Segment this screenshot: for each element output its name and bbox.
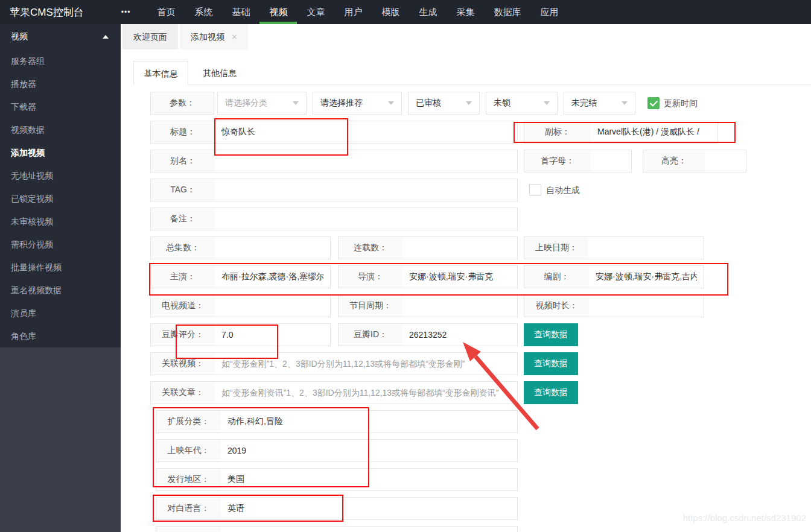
sidebar-item-add-video[interactable]: 添加视频 bbox=[0, 141, 121, 164]
sidebar-item-duplicate-video-data[interactable]: 重名视频数据 bbox=[0, 279, 121, 302]
params-label: 参数： bbox=[150, 92, 214, 115]
dialog-language-input[interactable] bbox=[221, 498, 517, 519]
program-cycle-input[interactable] bbox=[402, 295, 517, 317]
nav-item-user[interactable]: 用户 bbox=[334, 0, 372, 24]
tab-welcome[interactable]: 欢迎页面 bbox=[122, 24, 178, 49]
more-menu-icon[interactable]: ••• bbox=[121, 8, 131, 16]
sidebar-item-unaudited-video[interactable]: 未审核视频 bbox=[0, 210, 121, 233]
douban-id-field: 豆瓣ID： bbox=[338, 323, 518, 346]
sidebar-item-actor-library[interactable]: 演员库 bbox=[0, 302, 121, 325]
total-episodes-field: 总集数： bbox=[150, 236, 331, 259]
related-video-query-button[interactable]: 查询数据 bbox=[524, 352, 578, 375]
nav-item-generate[interactable]: 生成 bbox=[409, 0, 447, 24]
alias-input[interactable] bbox=[215, 150, 517, 172]
chevron-down-icon bbox=[544, 101, 550, 105]
title-label: 标题： bbox=[151, 121, 215, 143]
related-article-label: 关联文章： bbox=[151, 382, 215, 404]
update-time-checkbox[interactable] bbox=[647, 97, 660, 109]
sidebar-group-label: 视频 bbox=[11, 31, 28, 42]
dialog-language-label: 对白语言： bbox=[156, 498, 221, 519]
nav-item-database[interactable]: 数据库 bbox=[484, 0, 530, 24]
sidebar-item-no-url-video[interactable]: 无地址视频 bbox=[0, 164, 121, 187]
nav-item-collect[interactable]: 采集 bbox=[447, 0, 484, 24]
tab-other-info[interactable]: 其他信息 bbox=[192, 61, 247, 85]
duration-field: 视频时长： bbox=[524, 294, 704, 317]
duration-input[interactable] bbox=[589, 295, 704, 317]
sidebar: 视频 服务器组 播放器 下载器 视频数据 添加视频 无地址视频 已锁定视频 未审… bbox=[0, 24, 121, 532]
tab-welcome-label: 欢迎页面 bbox=[133, 24, 167, 49]
partial-bottom-input[interactable] bbox=[221, 527, 517, 532]
tab-add-video-label: 添加视频 bbox=[191, 24, 224, 49]
audit-status-select[interactable]: 已审核 bbox=[408, 92, 480, 115]
serial-count-label: 连载数： bbox=[339, 237, 402, 259]
sidebar-item-locked-video[interactable]: 已锁定视频 bbox=[0, 187, 121, 210]
release-date-input[interactable] bbox=[588, 237, 704, 259]
lock-status-select[interactable]: 未锁 bbox=[486, 92, 558, 115]
nav-item-system[interactable]: 系统 bbox=[185, 0, 222, 24]
duration-label: 视频时长： bbox=[524, 295, 589, 317]
tv-channel-field: 电视频道： bbox=[150, 294, 331, 317]
lock-status-value: 未锁 bbox=[494, 98, 510, 109]
chevron-down-icon bbox=[388, 101, 394, 105]
title-input[interactable] bbox=[215, 121, 517, 143]
sidebar-item-role-library[interactable]: 角色库 bbox=[0, 325, 121, 347]
release-area-input[interactable] bbox=[221, 469, 517, 490]
douban-query-button[interactable]: 查询数据 bbox=[524, 323, 578, 346]
douban-id-input[interactable] bbox=[402, 324, 517, 346]
writer-label: 编剧： bbox=[524, 266, 589, 288]
program-cycle-field: 节目周期： bbox=[338, 294, 518, 317]
director-field: 导演： bbox=[338, 265, 518, 288]
sidebar-item-video-data[interactable]: 视频数据 bbox=[0, 118, 121, 141]
related-video-input[interactable] bbox=[215, 353, 517, 375]
sidebar-item-player[interactable]: 播放器 bbox=[0, 72, 121, 95]
subtitle-input[interactable] bbox=[591, 121, 717, 143]
recommend-select[interactable]: 请选择推荐 bbox=[313, 92, 402, 115]
related-article-query-button[interactable]: 查询数据 bbox=[524, 381, 578, 404]
tab-basic-info[interactable]: 基本信息 bbox=[133, 61, 188, 85]
initial-input[interactable] bbox=[591, 150, 631, 172]
release-area-label: 发行地区： bbox=[156, 469, 221, 490]
sidebar-group-video[interactable]: 视频 bbox=[0, 24, 121, 49]
serial-count-input[interactable] bbox=[402, 237, 517, 259]
serial-status-select[interactable]: 未完结 bbox=[564, 92, 635, 115]
sidebar-item-batch-operate-video[interactable]: 批量操作视频 bbox=[0, 256, 121, 279]
writer-input[interactable] bbox=[589, 266, 704, 288]
douban-id-label: 豆瓣ID： bbox=[339, 324, 402, 346]
related-article-input[interactable] bbox=[215, 382, 517, 404]
subtitle-label: 副标： bbox=[524, 121, 591, 143]
total-episodes-input[interactable] bbox=[215, 237, 330, 259]
auto-generate-checkbox[interactable] bbox=[529, 184, 541, 196]
douban-score-input[interactable] bbox=[215, 324, 330, 346]
nav-item-basic[interactable]: 基础 bbox=[222, 0, 259, 24]
top-nav: 苹果CMS控制台 ••• 首页 系统 基础 视频 文章 用户 模版 生成 采集 … bbox=[0, 0, 811, 24]
tag-input[interactable] bbox=[215, 179, 517, 201]
actors-input[interactable] bbox=[215, 266, 330, 288]
note-input[interactable] bbox=[215, 208, 517, 230]
nav-item-template[interactable]: 模版 bbox=[372, 0, 409, 24]
sidebar-item-server-group[interactable]: 服务器组 bbox=[0, 49, 121, 72]
category-select[interactable]: 请选择分类 bbox=[217, 92, 307, 115]
release-year-label: 上映年代： bbox=[156, 440, 221, 461]
related-video-field: 关联视频： bbox=[150, 352, 518, 375]
highlight-field: 高亮： bbox=[643, 150, 746, 173]
director-input[interactable] bbox=[402, 266, 517, 288]
tv-channel-label: 电视频道： bbox=[151, 295, 215, 317]
highlight-input[interactable] bbox=[705, 150, 746, 172]
release-year-input[interactable] bbox=[221, 440, 517, 461]
related-article-field: 关联文章： bbox=[150, 381, 518, 404]
ext-category-input[interactable] bbox=[221, 411, 517, 432]
tab-add-video[interactable]: 添加视频 × bbox=[180, 24, 248, 49]
sidebar-item-points-video[interactable]: 需积分视频 bbox=[0, 233, 121, 256]
nav-item-article[interactable]: 文章 bbox=[297, 0, 334, 24]
nav-item-app[interactable]: 应用 bbox=[530, 0, 568, 24]
serial-status-value: 未完结 bbox=[571, 98, 597, 109]
tv-channel-input[interactable] bbox=[215, 295, 330, 317]
nav-item-video[interactable]: 视频 bbox=[259, 0, 297, 24]
title-field: 标题： bbox=[150, 121, 518, 144]
sidebar-item-downloader[interactable]: 下载器 bbox=[0, 95, 121, 118]
release-date-field: 上映日期： bbox=[524, 236, 704, 259]
close-tab-icon[interactable]: × bbox=[232, 24, 237, 49]
page: 苹果CMS控制台 ••• 首页 系统 基础 视频 文章 用户 模版 生成 采集 … bbox=[0, 0, 811, 532]
nav-item-home[interactable]: 首页 bbox=[147, 0, 185, 24]
main-menu: 首页 系统 基础 视频 文章 用户 模版 生成 采集 数据库 应用 bbox=[147, 0, 568, 24]
